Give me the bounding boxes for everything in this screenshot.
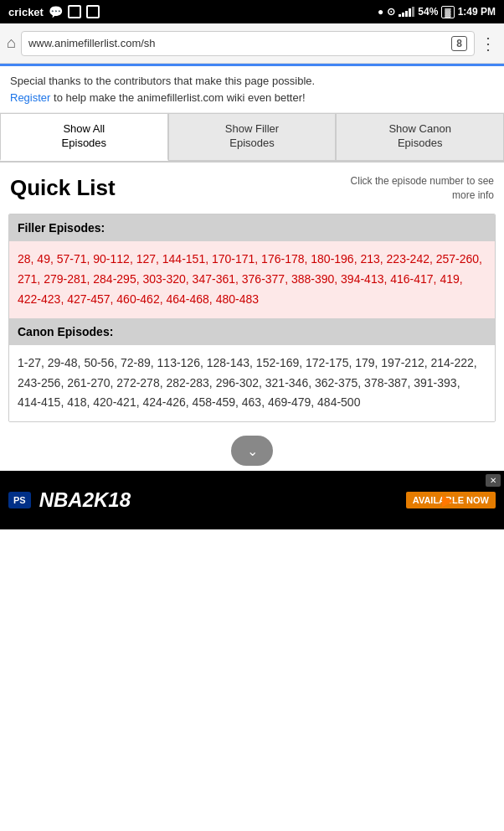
scroll-area: ⌄ xyxy=(0,427,504,471)
signal-icon xyxy=(399,7,414,17)
battery-level: 54% xyxy=(418,6,438,18)
tab-show-filler-label: Show FillerEpisodes xyxy=(225,122,279,149)
ad-content: PS NBA2K18 ▶ AVAILABLE NOW xyxy=(8,488,496,512)
register-link[interactable]: Register xyxy=(10,91,50,104)
url-text: www.animefillerlist.com/sh xyxy=(28,37,156,49)
nba-game-title: NBA2K18 xyxy=(39,488,131,512)
overflow-menu-icon[interactable]: ⋮ xyxy=(480,34,497,54)
messenger-icon: 💬 xyxy=(49,5,63,18)
canon-episodes: 1-27, 29-48, 50-56, 72-89, 113-126, 128-… xyxy=(9,345,495,421)
ad-banner[interactable]: PS NBA2K18 ▶ AVAILABLE NOW ✕ xyxy=(0,471,504,529)
home-icon[interactable]: ⌂ xyxy=(7,34,16,52)
window-icon-2 xyxy=(86,5,100,18)
notice-text: Special thanks to the contributors that … xyxy=(10,75,315,87)
status-bar: cricket 💬 ● ⊙ 54% ▓ 1:49 PM xyxy=(0,0,504,23)
quick-list-hint: Click the episode number to see more inf… xyxy=(327,174,494,203)
tab-count: 8 xyxy=(451,36,467,51)
tab-show-all-label: Show AllEpisodes xyxy=(62,122,106,149)
filler-header: Filler Episodes: xyxy=(9,214,495,241)
tab-show-canon-label: Show CanonEpisodes xyxy=(388,122,450,149)
filler-episodes: 28, 49, 57-71, 90-112, 127, 144-151, 170… xyxy=(9,241,495,317)
chevron-down-icon: ⌄ xyxy=(247,443,258,459)
battery-icon: ▓ xyxy=(441,6,454,18)
tab-show-all[interactable]: Show AllEpisodes xyxy=(0,113,168,161)
episode-tabs: Show AllEpisodes Show FillerEpisodes Sho… xyxy=(0,113,504,163)
quick-list-title: Quick List xyxy=(10,175,116,201)
quick-list-header: Quick List Click the episode number to s… xyxy=(0,163,504,214)
bluetooth-icon: ● xyxy=(378,6,383,18)
ad-close-button[interactable]: ✕ xyxy=(486,474,501,487)
scroll-down-button[interactable]: ⌄ xyxy=(231,436,273,466)
episode-list-box: Filler Episodes: 28, 49, 57-71, 90-112, … xyxy=(8,214,496,422)
tab-show-filler[interactable]: Show FillerEpisodes xyxy=(168,113,337,161)
browser-bar: ⌂ www.animefillerlist.com/sh 8 ⋮ xyxy=(0,23,504,64)
playstation-logo: PS xyxy=(8,492,31,508)
window-icon-1 xyxy=(68,5,81,18)
canon-header: Canon Episodes: xyxy=(9,318,495,345)
tab-show-canon[interactable]: Show CanonEpisodes xyxy=(336,113,504,161)
url-bar[interactable]: www.animefillerlist.com/sh 8 xyxy=(21,31,475,56)
carrier-label: cricket xyxy=(8,6,44,18)
time-display: 1:49 PM xyxy=(458,6,496,18)
notice-suffix: to help make the animefillerlist.com wik… xyxy=(50,91,305,104)
ad-play-icon: ▶ xyxy=(442,491,454,509)
wifi-icon: ⊙ xyxy=(387,6,395,18)
notice-bar: Special thanks to the contributors that … xyxy=(0,66,504,113)
